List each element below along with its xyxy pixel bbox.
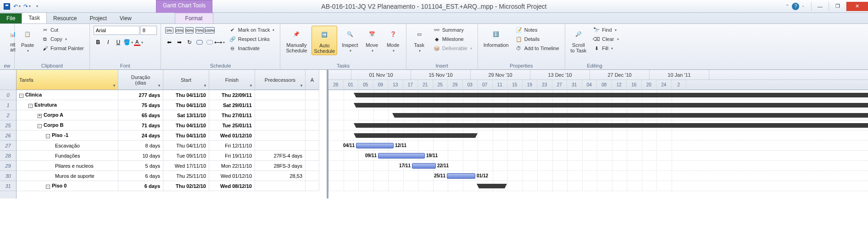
window-ctrl-icon[interactable]: ▫ <box>802 4 804 9</box>
milestone-button[interactable]: ◆Milestone <box>431 35 474 43</box>
tab-file[interactable]: File <box>0 13 22 23</box>
table-row[interactable]: Pilares e nucleos 5 days Wed 17/11/10 Mo… <box>17 161 327 171</box>
information-button[interactable]: ℹ️Information <box>482 26 511 49</box>
mark-on-track-button[interactable]: ✔Mark on Track <box>227 26 277 34</box>
outline-toggle[interactable]: - <box>46 134 50 138</box>
font-size-select[interactable] <box>140 26 157 35</box>
table-row[interactable]: Escavação 8 days Thu 04/11/10 Fri 12/11/… <box>17 141 327 151</box>
auto-schedule-button[interactable]: ➡️Auto Schedule <box>312 26 337 55</box>
add-to-timeline-button[interactable]: ⏱Add to Timeline <box>513 44 561 52</box>
summary-button[interactable]: 👓Summary <box>431 26 474 34</box>
task-insert-button[interactable]: ▭Task <box>410 26 428 54</box>
update-button[interactable]: ↻ <box>185 38 194 47</box>
ribbon: 📊ntt art ew 📋Paste ✂Cut ⧉Copy 🖌Format Pa… <box>0 24 868 70</box>
mode-button[interactable]: ❓Mode <box>384 26 402 54</box>
tab-project[interactable]: Project <box>83 13 113 23</box>
group-editing: 🔎Scroll to Task 🔭Find ⌫Clear ⬇Fill Editi… <box>565 24 624 69</box>
fill-button[interactable]: ⬇Fill <box>591 44 620 52</box>
table-row[interactable]: +Corpo A 65 days Sat 13/11/10 Thu 27/01/… <box>17 110 327 120</box>
summary-bar[interactable] <box>395 113 868 118</box>
diamond-icon: ◆ <box>433 35 440 43</box>
tab-view[interactable]: View <box>113 13 138 23</box>
paste-button[interactable]: 📋Paste <box>18 26 37 54</box>
tab-format[interactable]: Format <box>175 13 213 23</box>
summary-bar[interactable] <box>356 103 868 108</box>
notes-button[interactable]: 📝Notes <box>513 26 561 34</box>
col-start[interactable]: Start▼ <box>163 70 209 90</box>
close-button[interactable]: ✕ <box>846 2 868 11</box>
redo-icon[interactable]: ↷ <box>23 2 31 11</box>
undo-icon[interactable]: ↶ <box>13 2 21 11</box>
qat-customize-icon[interactable]: ▾ <box>33 2 41 11</box>
help-icon[interactable]: ? <box>792 3 799 10</box>
unlink-button[interactable] <box>205 38 214 47</box>
table-row[interactable]: Fundações 10 days Tue 09/11/10 Fri 19/11… <box>17 151 327 161</box>
inactivate-button[interactable]: ⊖Inactivate <box>227 44 277 52</box>
outline-toggle[interactable]: - <box>38 124 42 128</box>
paste-icon: 📋 <box>20 27 35 41</box>
font-color-button[interactable]: A <box>134 38 143 47</box>
deliverable-button[interactable]: 📦Deliverable <box>431 44 474 52</box>
pct-75-button[interactable]: 75% <box>195 26 204 35</box>
format-painter-button[interactable]: 🖌Format Painter <box>39 44 86 52</box>
indent-button[interactable]: ➡ <box>175 38 184 47</box>
inspect-button[interactable]: 🔍Inspect <box>340 26 360 54</box>
underline-button[interactable]: U <box>114 38 123 47</box>
col-tarefa[interactable]: Tarefa▼ <box>17 70 118 90</box>
summary-bar[interactable] <box>479 184 505 188</box>
maximize-button[interactable]: ❐ <box>829 2 846 11</box>
pct-0-button[interactable]: 0% <box>165 26 174 35</box>
save-icon[interactable] <box>3 2 11 11</box>
ribbon-min-icon[interactable]: ⌃ <box>785 4 789 9</box>
binoculars-icon: 🔭 <box>593 26 600 34</box>
task-bar[interactable]: 04/1112/11 <box>356 143 394 148</box>
respect-links-button[interactable]: 🔗Respect Links <box>227 35 277 43</box>
tab-task[interactable]: Task <box>22 12 47 23</box>
outline-toggle[interactable]: + <box>38 114 42 118</box>
table-row[interactable]: -Piso 0 6 days Thu 02/12/10 Wed 08/12/10 <box>17 181 327 191</box>
outline-toggle[interactable]: - <box>28 104 33 108</box>
table-row[interactable]: -Corpo B 71 days Thu 04/11/10 Tue 25/01/… <box>17 120 327 130</box>
details-button[interactable]: 📋Details <box>513 35 561 43</box>
table-row[interactable]: -Piso -1 24 days Thu 04/11/10 Wed 01/12/… <box>17 130 327 141</box>
summary-bar[interactable] <box>356 123 868 128</box>
scroll-to-task-button[interactable]: 🔎Scroll to Task <box>569 26 589 54</box>
table-row[interactable]: -Estrutura 75 days Thu 04/11/10 Sat 29/0… <box>17 100 327 110</box>
split-button[interactable]: ⟷ <box>215 38 224 47</box>
pct-100-button[interactable]: 100% <box>205 26 214 35</box>
link-button[interactable] <box>195 38 204 47</box>
col-duracao[interactable]: Duração (dias▼ <box>118 70 163 90</box>
group-clipboard: 📋Paste ✂Cut ⧉Copy 🖌Format Painter Clipbo… <box>15 24 90 69</box>
table-row[interactable]: -Clinica 277 days Thu 04/11/10 Thu 22/09… <box>17 90 327 100</box>
outline-toggle[interactable]: - <box>19 94 23 98</box>
task-table[interactable]: Tarefa▼ Duração (dias▼ Start▼ Finish▼ Pr… <box>17 70 328 198</box>
gantt-chart[interactable]: 01 Nov '1015 Nov '1029 Nov '1013 Dec '10… <box>328 70 868 198</box>
col-predecessors[interactable]: Predecessors▼ <box>255 70 306 90</box>
copy-button[interactable]: ⧉Copy <box>39 35 86 43</box>
task-bar[interactable]: 17/1122/11 <box>412 163 436 169</box>
minimize-button[interactable]: — <box>811 2 829 11</box>
pct-50-button[interactable]: 50% <box>185 26 194 35</box>
table-row[interactable]: Muros de suporte 6 days Thu 25/11/10 Wed… <box>17 171 327 181</box>
task-bar[interactable]: 09/1119/11 <box>378 153 425 159</box>
pct-25-button[interactable]: 25% <box>175 26 184 35</box>
task-bar[interactable]: 25/1101/12 <box>447 173 475 179</box>
find-button[interactable]: 🔭Find <box>591 26 620 34</box>
col-finish[interactable]: Finish▼ <box>209 70 255 90</box>
summary-bar[interactable] <box>356 93 868 97</box>
font-name-select[interactable] <box>94 26 139 35</box>
timeline-icon: ⏱ <box>515 45 523 52</box>
col-a[interactable]: A <box>306 70 319 90</box>
cut-button[interactable]: ✂Cut <box>39 26 86 34</box>
clear-button[interactable]: ⌫Clear <box>591 35 620 43</box>
fill-color-button[interactable]: 🪣 <box>124 38 133 47</box>
tab-resource[interactable]: Resource <box>47 13 83 23</box>
manually-schedule-button[interactable]: 📌Manually Schedule <box>284 26 309 54</box>
summary-bar[interactable] <box>356 133 475 138</box>
outline-toggle[interactable]: - <box>46 185 50 189</box>
move-button[interactable]: 📅Move <box>363 26 381 54</box>
italic-button[interactable]: I <box>104 38 113 47</box>
bold-button[interactable]: B <box>94 38 103 47</box>
outdent-button[interactable]: ⬅ <box>165 38 174 47</box>
group-properties-label: Properties <box>482 62 561 68</box>
